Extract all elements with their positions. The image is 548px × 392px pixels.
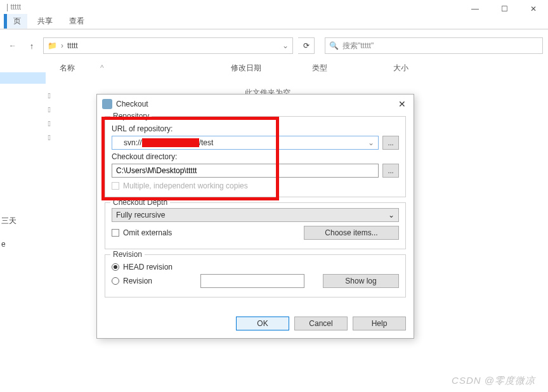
multiple-copies-label: Multiple, independent working copies xyxy=(123,181,248,190)
dialog-close-button[interactable]: ✕ xyxy=(396,99,408,109)
choose-items-button[interactable]: Choose items... xyxy=(304,226,399,240)
checkout-dir-input[interactable] xyxy=(112,164,379,178)
column-date[interactable]: 修改日期 xyxy=(227,63,308,74)
redacted-host xyxy=(142,138,199,147)
address-bar[interactable]: 📁 › ttttt ⌄ xyxy=(43,37,293,54)
dropdown-icon: ⌄ xyxy=(388,211,395,219)
refresh-button[interactable]: ⟳ xyxy=(298,37,315,54)
checkout-dir-label: Checkout directory: xyxy=(112,152,399,161)
repository-group-title: Repository xyxy=(110,112,152,121)
checkbox-icon xyxy=(112,229,119,237)
search-icon: 🔍 xyxy=(329,41,339,50)
help-button[interactable]: Help xyxy=(353,317,406,330)
pin-icon: 𖤓 xyxy=(48,119,51,128)
address-bar-row: ← ↑ 📁 › ttttt ⌄ ⟳ 🔍 搜索"ttttt" xyxy=(0,36,548,56)
breadcrumb-folder[interactable]: ttttt xyxy=(67,41,78,50)
folder-icon: 📁 xyxy=(48,41,57,50)
radio-icon xyxy=(112,263,119,271)
tab-share[interactable]: 共享 xyxy=(31,14,59,29)
depth-select[interactable]: Fully recursive ⌄ xyxy=(112,208,399,222)
sidebar-item[interactable]: 𖤓 xyxy=(0,119,53,132)
ribbon-separator xyxy=(0,29,548,30)
cancel-button[interactable]: Cancel xyxy=(294,317,348,330)
depth-group-title: Checkout Depth xyxy=(110,198,170,207)
sidebar-item[interactable]: 𖤓 xyxy=(0,133,53,146)
ok-button[interactable]: OK xyxy=(236,317,289,330)
column-name[interactable]: 名称 ^ xyxy=(56,63,227,74)
revision-groupbox: Revision HEAD revision Revision Show log xyxy=(105,254,406,297)
depth-value: Fully recursive xyxy=(116,211,165,219)
browse-dir-button[interactable]: ... xyxy=(382,164,399,178)
address-dropdown-icon[interactable]: ⌄ xyxy=(282,41,289,50)
dialog-footer: OK Cancel Help xyxy=(97,310,414,338)
revision-input[interactable] xyxy=(200,274,304,288)
tab-view[interactable]: 查看 xyxy=(63,14,91,29)
dialog-title: Checkout xyxy=(116,100,148,108)
omit-externals-label: Omit externals xyxy=(123,228,172,237)
sidebar: 𖤓 𖤓 𖤓 𖤓 三天 e xyxy=(0,62,53,252)
sidebar-item-e[interactable]: e xyxy=(0,240,53,252)
repository-groupbox: Repository URL of repository: svn:// /te… xyxy=(105,116,406,197)
search-input[interactable]: 🔍 搜索"ttttt" xyxy=(325,37,543,54)
nav-up-icon[interactable]: ↑ xyxy=(25,39,38,52)
pin-icon: 𖤓 xyxy=(48,91,51,100)
window-title: | ttttt xyxy=(6,3,21,11)
sidebar-item[interactable] xyxy=(0,72,53,85)
browse-repo-button[interactable]: ... xyxy=(382,136,399,150)
column-size[interactable]: 大小 xyxy=(389,63,453,74)
nav-back-icon[interactable]: ← xyxy=(5,38,20,53)
checkbox-icon xyxy=(112,182,119,190)
multiple-copies-checkbox: Multiple, independent working copies xyxy=(112,181,399,190)
revision-radio[interactable]: Revision xyxy=(112,277,194,285)
checkout-depth-groupbox: Checkout Depth Fully recursive ⌄ Omit ex… xyxy=(105,202,406,249)
revision-group-title: Revision xyxy=(110,250,145,259)
sidebar-item[interactable]: 𖤓 xyxy=(0,105,53,118)
show-log-button[interactable]: Show log xyxy=(323,274,399,288)
radio-icon xyxy=(112,277,119,285)
url-prefix: svn:// xyxy=(124,138,142,147)
watermark: CSDN @零度微凉 xyxy=(452,375,535,387)
column-name-label: 名称 xyxy=(60,63,75,74)
tab-page[interactable]: 页 xyxy=(4,14,27,29)
ribbon-tabs: 页 共享 查看 xyxy=(0,14,548,29)
checkout-dialog: Checkout ✕ Repository URL of repository:… xyxy=(96,94,414,339)
omit-externals-checkbox[interactable]: Omit externals xyxy=(112,228,172,237)
breadcrumb-separator: › xyxy=(61,41,63,50)
url-label: URL of repository: xyxy=(112,124,399,133)
dialog-titlebar: Checkout ✕ xyxy=(97,95,414,114)
pin-icon: 𖤓 xyxy=(48,105,51,114)
sort-indicator-icon: ^ xyxy=(100,63,104,72)
revision-label: Revision xyxy=(123,277,152,285)
pin-icon: 𖤓 xyxy=(48,133,51,142)
sidebar-item-three-days[interactable]: 三天 xyxy=(0,216,53,228)
head-revision-radio[interactable]: HEAD revision xyxy=(112,263,399,271)
head-revision-label: HEAD revision xyxy=(123,263,173,271)
url-suffix: /test xyxy=(199,138,214,147)
tortoisesvn-icon xyxy=(102,99,112,109)
file-list-header: 名称 ^ 修改日期 类型 大小 xyxy=(56,61,548,75)
search-placeholder: 搜索"ttttt" xyxy=(342,41,374,51)
combo-dropdown-icon[interactable]: ⌄ xyxy=(368,138,374,147)
sidebar-item[interactable]: 𖤓 xyxy=(0,91,53,104)
repository-url-input[interactable]: svn:// /test ⌄ xyxy=(112,136,379,150)
column-type[interactable]: 类型 xyxy=(308,63,389,74)
